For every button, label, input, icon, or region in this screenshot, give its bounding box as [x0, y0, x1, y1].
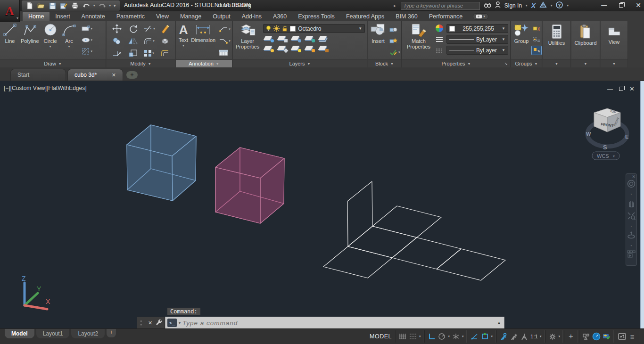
- viewcube[interactable]: W S E FRONT TOP RIGHT WCS ▾: [584, 105, 631, 162]
- plot-icon[interactable]: [71, 1, 79, 10]
- help-icon[interactable]: ?: [556, 1, 563, 10]
- isometric-drafting-toggle[interactable]: [452, 331, 460, 342]
- close-button[interactable]: ✕: [636, 2, 641, 8]
- view-flyout-button[interactable]: View: [601, 21, 627, 45]
- command-input[interactable]: [182, 319, 495, 327]
- vertical-scrollbar[interactable]: [640, 81, 644, 328]
- snap-caret-icon[interactable]: ▾: [419, 335, 421, 338]
- customization-menu-button[interactable]: ≡: [628, 331, 636, 342]
- graphics-performance-toggle[interactable]: [603, 331, 611, 342]
- clean-screen-toggle[interactable]: [618, 331, 626, 342]
- explode-button[interactable]: [160, 36, 170, 46]
- utilities-flyout-button[interactable]: Utilities: [543, 21, 570, 46]
- properties-dialog-launcher-icon[interactable]: ↘: [504, 61, 508, 66]
- doc-minimize-button[interactable]: —: [607, 86, 613, 92]
- save-as-icon[interactable]: [59, 1, 68, 10]
- ribbon-tab[interactable]: BIM 360: [390, 12, 423, 21]
- object-snap-toggle[interactable]: [481, 331, 489, 342]
- annotation-scale-value[interactable]: 1:1: [530, 334, 538, 339]
- ribbon-tab[interactable]: Home: [23, 12, 50, 21]
- annotation-scale-caret-icon[interactable]: ▾: [540, 335, 542, 338]
- command-prompt-icon[interactable]: >_: [167, 319, 177, 327]
- polyline-button[interactable]: Polyline: [21, 23, 39, 56]
- multileader-button[interactable]: [218, 36, 229, 46]
- help-search-input[interactable]: [401, 2, 480, 10]
- orbit-icon[interactable]: [627, 231, 636, 240]
- arc-button[interactable]: Arc ▾: [62, 23, 77, 56]
- exchange-apps-icon[interactable]: X: [531, 2, 536, 9]
- scale-button[interactable]: [128, 49, 138, 58]
- save-icon[interactable]: [48, 1, 57, 10]
- undo-icon[interactable]: [82, 1, 91, 10]
- navigation-bar[interactable]: ✕ ▾ ▾ ▾: [626, 173, 637, 266]
- dimension-button[interactable]: Dimension: [191, 23, 215, 57]
- sign-in-button[interactable]: Sign In: [504, 2, 522, 9]
- new-file-icon[interactable]: [25, 1, 34, 10]
- fillet-button[interactable]: ▾: [143, 37, 155, 45]
- ribbon-tab[interactable]: Annotate: [76, 12, 111, 21]
- layout-tab[interactable]: Layout2: [71, 329, 105, 338]
- panel-label-draw[interactable]: Draw▼: [0, 59, 106, 67]
- linetype-dropdown[interactable]: ByLayer ▼: [446, 46, 508, 55]
- layout-tab[interactable]: Layout1: [36, 329, 70, 338]
- layer-freeze-button[interactable]: [290, 34, 302, 43]
- annotation-autoscale-toggle[interactable]: [510, 331, 518, 342]
- stretch-button[interactable]: [112, 49, 122, 58]
- new-drawing-tab-button[interactable]: +: [126, 71, 138, 79]
- new-layout-button[interactable]: +: [107, 329, 116, 337]
- erase-button[interactable]: [160, 24, 170, 33]
- cube-net-face[interactable]: [437, 249, 505, 280]
- text-caret-icon[interactable]: ▾: [182, 44, 184, 48]
- snap-mode-toggle[interactable]: [409, 331, 417, 342]
- panel-label-layers[interactable]: Layers▼: [233, 59, 367, 67]
- cube-net-face[interactable]: [348, 226, 417, 258]
- ellipse-button[interactable]: [81, 35, 91, 45]
- group-edit-button[interactable]: [531, 35, 542, 44]
- layer-isolate-button[interactable]: [263, 44, 274, 53]
- panel-label-view[interactable]: ▼: [601, 59, 627, 67]
- customize-plus-button[interactable]: +: [567, 331, 575, 342]
- osnap-caret-icon[interactable]: ▾: [491, 335, 493, 338]
- redo-caret-icon[interactable]: ▾: [109, 4, 111, 8]
- leader-button[interactable]: [218, 25, 229, 34]
- solid-cube-blue[interactable]: [127, 125, 196, 201]
- undo-caret-icon[interactable]: ▾: [93, 4, 95, 8]
- insert-block-button[interactable]: Insert: [370, 23, 386, 57]
- application-menu-button[interactable]: A ▾: [0, 0, 20, 22]
- sign-in-caret-icon[interactable]: ▾: [526, 4, 528, 8]
- search-binoculars-icon[interactable]: [484, 1, 491, 10]
- workspace-caret-icon[interactable]: ▾: [559, 335, 561, 338]
- layer-dropdown[interactable]: Octaedro ▼: [263, 24, 365, 33]
- rectangle-button[interactable]: [81, 24, 91, 33]
- arc-flyout-caret-icon[interactable]: ▾: [68, 45, 70, 49]
- edit-attributes-button[interactable]: [388, 48, 398, 57]
- ribbon-tab[interactable]: Performance: [423, 12, 469, 21]
- table-button[interactable]: [218, 48, 229, 57]
- solid-cube-magenta[interactable]: [215, 147, 284, 223]
- units-button[interactable]: [592, 331, 601, 342]
- command-input-bar[interactable]: >_ ▾ ▲: [165, 317, 504, 329]
- open-file-icon[interactable]: [37, 1, 45, 10]
- panel-label-modify[interactable]: Modify▼: [107, 59, 175, 67]
- polar-caret-icon[interactable]: ▾: [448, 335, 450, 338]
- color-wheel-icon[interactable]: [435, 24, 444, 34]
- navbar-close-icon[interactable]: ✕: [632, 174, 636, 179]
- offset-button[interactable]: [160, 49, 170, 58]
- layer-match-button[interactable]: [318, 44, 329, 53]
- command-customize-wrench-icon[interactable]: [155, 319, 162, 327]
- panel-label-utilities[interactable]: ▼: [543, 59, 570, 67]
- clipboard-flyout-button[interactable]: Clipboard: [571, 21, 600, 46]
- doc-restore-button[interactable]: [619, 87, 623, 91]
- a360-caret-icon[interactable]: ▾: [551, 4, 553, 8]
- pan-hand-icon[interactable]: [627, 199, 636, 208]
- cube-net-face[interactable]: [392, 238, 461, 269]
- layer-make-current-button[interactable]: [277, 34, 288, 43]
- panel-label-properties[interactable]: Properties▼↘: [402, 59, 510, 67]
- file-tab-close-icon[interactable]: ✕: [112, 72, 116, 78]
- doc-close-button[interactable]: ✕: [629, 86, 635, 92]
- circle-flyout-caret-icon[interactable]: ▾: [50, 45, 51, 49]
- panel-label-annotation[interactable]: Annotation▼: [176, 59, 232, 67]
- ribbon-tab[interactable]: A360: [267, 12, 292, 21]
- isodraft-caret-icon[interactable]: ▾: [462, 335, 464, 338]
- drawing-area[interactable]: ZYX [−][Custom View][FlatWithEdges] — ✕ …: [0, 81, 640, 328]
